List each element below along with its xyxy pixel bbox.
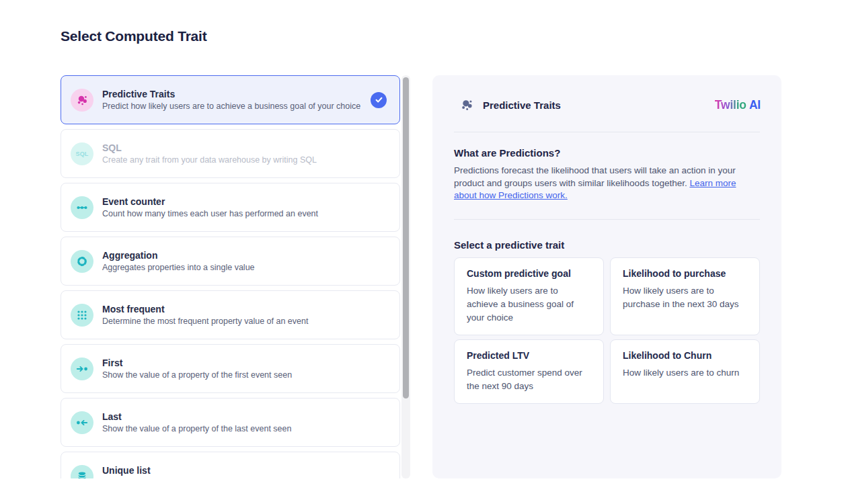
predictive-trait-cards: Custom predictive goal How likely users … xyxy=(454,257,760,404)
selected-check-icon xyxy=(371,92,387,108)
predictive-traits-cluster-icon xyxy=(71,89,93,112)
event-counter-dots-icon xyxy=(71,196,93,219)
item-description: Create any trait from your data warehous… xyxy=(102,155,317,166)
card-likelihood-to-churn[interactable]: Likelihood to Churn How likely users are… xyxy=(610,339,760,404)
list-item-first[interactable]: First Show the value of a property of th… xyxy=(61,344,400,393)
predictions-body: Predictions forecast the likelihood that… xyxy=(454,165,760,202)
card-title: Custom predictive goal xyxy=(467,268,591,279)
list-item-unique-list[interactable]: Unique list xyxy=(61,452,400,478)
divider xyxy=(454,132,760,132)
item-description: Predict how likely users are to achieve … xyxy=(102,101,360,112)
item-title: Aggregation xyxy=(102,249,255,262)
card-description: How likely users are to achieve a busine… xyxy=(467,284,591,325)
grid-dots-icon xyxy=(71,304,93,327)
list-item-most-frequent[interactable]: Most frequent Determine the most frequen… xyxy=(61,290,400,339)
item-description xyxy=(102,477,151,479)
list-item-last[interactable]: Last Show the value of a property of the… xyxy=(61,398,400,447)
predictions-about-section: What are Predictions? Predictions foreca… xyxy=(432,147,781,202)
trait-type-list: Predictive Traits Predict how likely use… xyxy=(61,75,400,478)
item-description: Aggregates properties into a single valu… xyxy=(102,262,255,274)
detail-panel-header: Predictive Traits Twilio AI xyxy=(432,75,781,112)
list-item-sql[interactable]: SQL SQL Create any trait from your data … xyxy=(61,129,400,178)
divider xyxy=(454,219,760,220)
first-arrow-icon xyxy=(71,358,93,380)
card-description: How likely users are to purchase in the … xyxy=(623,284,747,311)
item-title: Unique list xyxy=(102,464,151,477)
card-custom-predictive-goal[interactable]: Custom predictive goal How likely users … xyxy=(454,257,604,335)
item-description: Count how many times each user has perfo… xyxy=(102,208,318,220)
aggregation-ring-icon xyxy=(71,250,93,273)
page-title: Select Computed Trait xyxy=(61,28,207,44)
list-item-predictive-traits[interactable]: Predictive Traits Predict how likely use… xyxy=(61,75,400,124)
list-scrollbar-track[interactable] xyxy=(401,75,410,478)
item-title: Predictive Traits xyxy=(102,88,360,101)
item-description: Show the value of a property of the firs… xyxy=(102,370,292,381)
detail-panel-title: Predictive Traits xyxy=(483,99,561,111)
card-likelihood-to-purchase[interactable]: Likelihood to purchase How likely users … xyxy=(610,257,760,335)
predictive-traits-cluster-icon-gray xyxy=(459,97,474,112)
card-predicted-ltv[interactable]: Predicted LTV Predict customer spend ove… xyxy=(454,339,604,404)
item-title: First xyxy=(102,357,292,370)
card-description: Predict customer spend over the next 90 … xyxy=(467,366,591,393)
last-arrow-icon xyxy=(71,411,93,434)
predictions-heading: What are Predictions? xyxy=(454,147,760,159)
item-description: Determine the most frequent property val… xyxy=(102,316,308,327)
predictive-trait-select-section: Select a predictive trait Custom predict… xyxy=(432,239,781,404)
card-title: Predicted LTV xyxy=(467,350,591,361)
card-description: How likely users are to churn xyxy=(623,366,747,380)
item-title: Last xyxy=(102,411,291,423)
list-item-event-counter[interactable]: Event counter Count how many times each … xyxy=(61,183,400,232)
list-item-aggregation[interactable]: Aggregation Aggregates properties into a… xyxy=(61,237,400,286)
card-title: Likelihood to Churn xyxy=(623,350,747,361)
card-title: Likelihood to purchase xyxy=(623,268,747,279)
twilio-ai-logo: Twilio AI xyxy=(715,98,761,112)
list-scrollbar-thumb[interactable] xyxy=(403,77,409,398)
item-title: Event counter xyxy=(102,196,318,208)
item-title: Most frequent xyxy=(102,303,308,316)
select-trait-heading: Select a predictive trait xyxy=(454,239,760,251)
item-title: SQL xyxy=(102,142,317,155)
predictive-traits-detail-panel: Predictive Traits Twilio AI What are Pre… xyxy=(432,75,781,478)
database-icon xyxy=(71,465,93,479)
item-description: Show the value of a property of the last… xyxy=(102,423,291,435)
sql-icon: SQL xyxy=(71,142,93,165)
